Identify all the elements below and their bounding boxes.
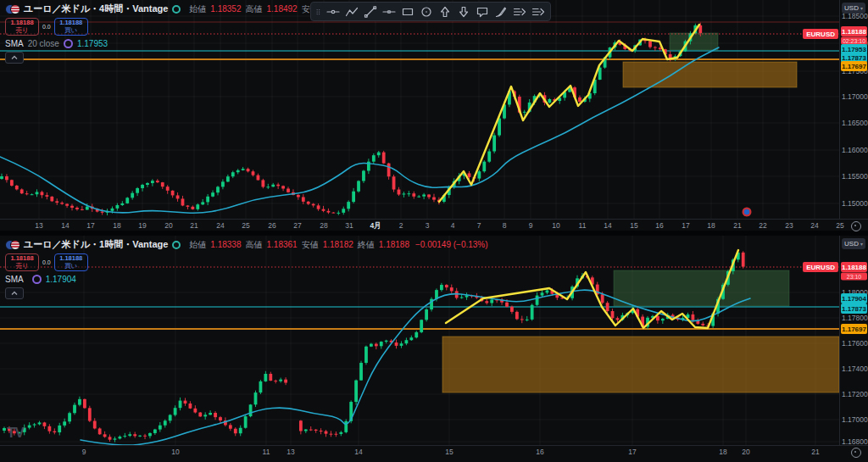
buy-label: 買い xyxy=(64,27,77,35)
time-axis-label: 13 xyxy=(287,448,294,456)
symbol-title[interactable]: ユーロ／米ドル・1時間・Vantage xyxy=(24,238,168,251)
symbol-title-row: ユーロ／米ドル・1時間・Vantage 始値1.18338高値1.18361安値… xyxy=(5,238,488,251)
scroll-to-realtime-icon[interactable] xyxy=(851,221,861,231)
price-axis-label: 1.17000 xyxy=(842,415,868,424)
price-level-badge: 1.17873 xyxy=(841,303,867,314)
circle-tool-icon[interactable] xyxy=(417,4,435,19)
indicator-row-sma[interactable]: SMA 1.17904 xyxy=(5,275,488,284)
event-bullseye-icon[interactable] xyxy=(743,208,752,217)
currency-unit-chip[interactable]: USD ▾ xyxy=(842,238,865,249)
time-axis-4h[interactable]: 131417181920212425262728314月234789101114… xyxy=(0,219,868,231)
time-axis-label: 16 xyxy=(536,448,543,456)
indicator-row-sma[interactable]: SMA 20 close 1.17953 xyxy=(5,39,488,48)
time-axis-label: 16 xyxy=(655,221,663,230)
ohlc-label: 高値 xyxy=(246,239,263,251)
symbol-title[interactable]: ユーロ／米ドル・4時間・Vantage xyxy=(24,3,168,15)
time-axis-label: 28 xyxy=(320,221,327,230)
symbol-price-tag: EURUSD xyxy=(803,29,838,39)
ohlc-label: 始値 xyxy=(189,239,206,251)
time-axis-label: 25 xyxy=(242,221,249,230)
time-axis-label: 19 xyxy=(138,221,146,230)
price-level-badge: 1.18188 xyxy=(841,26,867,36)
short-position-tool-icon[interactable] xyxy=(529,4,547,19)
ohlc-value: 1.18338 xyxy=(210,240,241,249)
ohlc-label: 始値 xyxy=(189,3,206,15)
arrow-up-tool-icon[interactable] xyxy=(436,4,453,19)
chart-panel-1h: ユーロ／米ドル・1時間・Vantage 始値1.18338高値1.18361安値… xyxy=(0,236,868,462)
callout-tool-icon[interactable] xyxy=(473,4,491,19)
horizontal-line-tool-icon[interactable] xyxy=(380,4,398,19)
buy-button[interactable]: 1.18188 買い xyxy=(54,253,88,271)
time-axis-label: 20 xyxy=(164,221,172,230)
rectangle-tool-icon[interactable] xyxy=(398,4,416,19)
chevron-down-icon: ▾ xyxy=(860,5,863,11)
price-level-badge: 1.17697 xyxy=(841,61,867,71)
indicator-loading-icon xyxy=(32,275,42,284)
price-axis-label: 1.16500 xyxy=(842,119,868,127)
price-axis-label: 1.17800 xyxy=(842,314,868,322)
price-scale-1h[interactable]: USD ▾ 1.180001.178001.176001.174001.1720… xyxy=(839,236,868,445)
spread-value: 0.0 xyxy=(42,259,51,265)
time-axis-label: 21 xyxy=(190,221,198,230)
time-axis-label: 10 xyxy=(552,221,559,230)
symbol-price-tag: EURUSD xyxy=(803,262,838,272)
sell-label: 売り xyxy=(15,27,28,35)
price-axis-label: 1.17600 xyxy=(842,339,868,348)
price-scale-4h[interactable]: USD ▾ 1.185001.180001.175001.170001.1650… xyxy=(839,0,868,219)
time-axis-label: 2 xyxy=(399,221,403,230)
sell-button[interactable]: 1.18188 売り xyxy=(5,18,39,36)
time-axis-label: 7 xyxy=(477,221,481,230)
zigzag-line-tool-icon[interactable] xyxy=(342,4,360,19)
time-axis-label: 18 xyxy=(719,448,726,456)
spread-value: 0.0 xyxy=(42,24,51,30)
price-level-badge: 1.17904 xyxy=(841,293,867,303)
time-axis-label: 26 xyxy=(268,221,275,230)
indicator-loading-icon xyxy=(64,39,73,48)
plot-area-4h[interactable]: ユーロ／米ドル・4時間・Vantage 始値1.18352高値1.18492安値… xyxy=(0,0,839,219)
trade-buttons-row: 1.18188 売り 0.0 1.18188 買い xyxy=(5,253,488,271)
collapse-header-button[interactable] xyxy=(5,287,24,299)
time-axis-label: 4月 xyxy=(370,221,381,231)
time-axis-label: 21 xyxy=(811,448,819,456)
plot-area-1h[interactable]: ユーロ／米ドル・1時間・Vantage 始値1.18338高値1.18361安値… xyxy=(0,236,839,445)
time-axis-label: 14 xyxy=(354,448,362,456)
time-axis-label: 18 xyxy=(707,221,715,230)
bar-countdown-badge: 23:10 xyxy=(841,273,867,281)
time-axis-label: 11 xyxy=(579,221,587,230)
price-level-badge: 1.18188 xyxy=(841,262,867,272)
ohlc-value: 1.18361 xyxy=(267,240,298,249)
brush-tool-icon[interactable] xyxy=(492,4,509,19)
long-position-tool-icon[interactable] xyxy=(510,4,528,19)
price-axis-label: 1.17400 xyxy=(842,365,868,373)
time-axis-label: 14 xyxy=(604,221,611,230)
collapse-header-button[interactable] xyxy=(5,52,24,64)
time-axis-label: 24 xyxy=(216,221,224,230)
symbol-flags-icon xyxy=(5,240,19,250)
indicator-value: 1.17953 xyxy=(77,39,108,48)
market-status-icon xyxy=(172,241,181,249)
time-axis-label: 4 xyxy=(451,221,455,230)
trend-line-tool-icon[interactable] xyxy=(361,4,379,19)
time-axis-label: 31 xyxy=(345,221,353,230)
time-axis-label: 17 xyxy=(628,448,636,456)
time-axis-label: 10 xyxy=(171,448,179,456)
indicator-value: 1.17904 xyxy=(46,275,76,284)
unit-label: USD xyxy=(844,240,859,248)
drag-handle[interactable] xyxy=(314,4,323,19)
price-axis-label: 1.16000 xyxy=(842,146,868,154)
time-axis-label: 17 xyxy=(86,221,94,230)
buy-button[interactable]: 1.18188 買い xyxy=(54,18,88,36)
time-axis-1h[interactable]: 910111314151617182021 xyxy=(0,445,868,462)
scroll-to-realtime-icon[interactable] xyxy=(851,448,861,458)
price-level-badge: 1.17697 xyxy=(841,324,867,334)
cross-line-tool-icon[interactable] xyxy=(324,4,342,19)
time-axis-label: 11 xyxy=(263,448,270,456)
price-axis-label: 1.18500 xyxy=(842,12,868,20)
unit-label: USD xyxy=(844,4,859,12)
ohlc-value: 1.18182 xyxy=(323,240,353,249)
arrow-down-tool-icon[interactable] xyxy=(454,4,472,19)
time-axis-label: 15 xyxy=(445,448,453,456)
symbol-flags-icon xyxy=(5,4,19,14)
sell-button[interactable]: 1.18188 売り xyxy=(5,253,39,271)
time-axis-label: 23 xyxy=(785,221,793,230)
